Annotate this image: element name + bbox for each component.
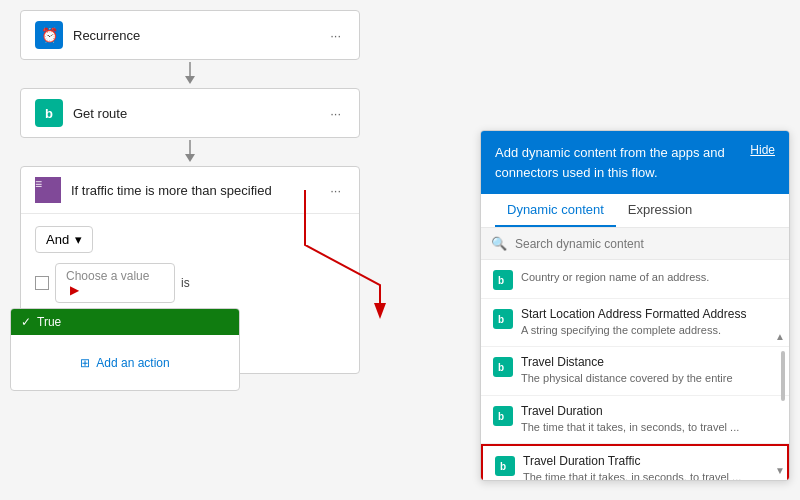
bing-icon-travel-duration-traffic: b	[495, 456, 515, 476]
condition-icon: ≡	[35, 177, 61, 203]
and-chevron: ▾	[75, 232, 82, 247]
item-text-country: Country or region name of an address.	[521, 268, 777, 285]
panel-search: 🔍	[481, 228, 789, 260]
item-text-travel-duration: Travel Duration The time that it takes, …	[521, 404, 777, 435]
true-label: True	[37, 315, 61, 329]
panel-header: Add dynamic content from the apps and co…	[481, 131, 789, 194]
bing-icon-country: b	[493, 270, 513, 290]
choose-value-input[interactable]: Choose a value ▶	[55, 263, 175, 303]
item-desc-start-location: A string specifying the complete address…	[521, 323, 777, 338]
condition-header: ≡ If traffic time is more than specified…	[21, 167, 359, 214]
search-icon: 🔍	[491, 236, 507, 251]
list-item[interactable]: b Travel Distance The physical distance …	[481, 347, 789, 395]
list-item-highlighted[interactable]: b Travel Duration Traffic The time that …	[481, 444, 789, 480]
item-title-travel-duration-traffic: Travel Duration Traffic	[523, 454, 775, 468]
scrollbar[interactable]	[781, 351, 785, 401]
bing-icon-start-location: b	[493, 309, 513, 329]
condition-ellipsis[interactable]: ···	[326, 179, 345, 202]
bing-icon-get-route: b	[35, 99, 63, 127]
panel-header-text: Add dynamic content from the apps and co…	[495, 143, 740, 182]
checkmark-icon: ✓	[21, 315, 31, 329]
dynamic-panel: Add dynamic content from the apps and co…	[480, 130, 790, 481]
svg-marker-1	[185, 76, 195, 84]
and-dropdown[interactable]: And ▾	[35, 226, 93, 253]
connector-1	[20, 62, 360, 86]
true-header: ✓ True	[11, 309, 239, 335]
bing-icon-travel-duration: b	[493, 406, 513, 426]
svg-marker-3	[185, 154, 195, 162]
recurrence-title: Recurrence	[73, 28, 326, 43]
condition-row: Choose a value ▶ is	[35, 263, 345, 303]
item-text-travel-distance: Travel Distance The physical distance co…	[521, 355, 777, 386]
recurrence-icon: ⏰	[35, 21, 63, 49]
tab-expression[interactable]: Expression	[616, 194, 704, 227]
scroll-up-icon[interactable]: ▲	[775, 331, 785, 342]
get-route-step[interactable]: b Get route ···	[20, 88, 360, 138]
true-body: ⊞ Add an action	[11, 335, 239, 390]
svg-text:b: b	[498, 362, 504, 373]
connector-2	[20, 140, 360, 164]
list-item[interactable]: b Country or region name of an address.	[481, 260, 789, 299]
recurrence-step[interactable]: ⏰ Recurrence ···	[20, 10, 360, 60]
tab-dynamic-content[interactable]: Dynamic content	[495, 194, 616, 227]
svg-text:b: b	[498, 275, 504, 286]
add-action-button[interactable]: ⊞ Add an action	[80, 356, 169, 370]
true-block: ✓ True ⊞ Add an action	[10, 308, 240, 391]
get-route-title: Get route	[73, 106, 326, 121]
condition-title: If traffic time is more than specified	[71, 183, 326, 198]
scroll-down-icon[interactable]: ▼	[775, 465, 785, 476]
item-text-travel-duration-traffic: Travel Duration Traffic The time that it…	[523, 454, 775, 480]
item-desc-country: Country or region name of an address.	[521, 270, 777, 285]
and-label: And	[46, 232, 69, 247]
choose-value-text: Choose a value	[66, 269, 149, 283]
panel-tabs: Dynamic content Expression	[481, 194, 789, 228]
add-action-icon: ⊞	[80, 356, 90, 370]
svg-text:b: b	[498, 411, 504, 422]
panel-hide-button[interactable]: Hide	[750, 143, 775, 157]
item-desc-travel-duration: The time that it takes, in seconds, to t…	[521, 420, 777, 435]
list-item[interactable]: b Travel Duration The time that it takes…	[481, 396, 789, 444]
item-title-travel-duration: Travel Duration	[521, 404, 777, 418]
is-label: is	[181, 276, 190, 290]
item-title-travel-distance: Travel Distance	[521, 355, 777, 369]
item-text-start-location: Start Location Address Formatted Address…	[521, 307, 777, 338]
item-desc-travel-distance: The physical distance covered by the ent…	[521, 371, 777, 386]
item-title-start-location: Start Location Address Formatted Address	[521, 307, 777, 321]
search-input[interactable]	[515, 237, 779, 251]
list-item[interactable]: b Start Location Address Formatted Addre…	[481, 299, 789, 347]
pointer-icon: ▶	[70, 283, 79, 297]
get-route-ellipsis[interactable]: ···	[326, 102, 345, 125]
svg-text:b: b	[498, 314, 504, 325]
panel-list: b Country or region name of an address. …	[481, 260, 789, 480]
add-action-label: Add an action	[96, 356, 169, 370]
condition-checkbox[interactable]	[35, 276, 49, 290]
item-desc-travel-duration-traffic: The time that it takes, in seconds, to t…	[523, 470, 775, 480]
bing-icon-travel-distance: b	[493, 357, 513, 377]
svg-text:b: b	[500, 461, 506, 472]
recurrence-ellipsis[interactable]: ···	[326, 24, 345, 47]
